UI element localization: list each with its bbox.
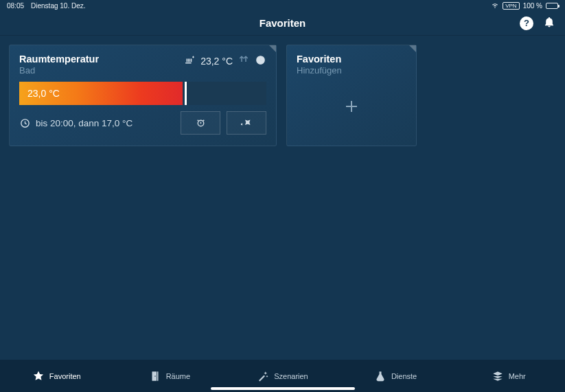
status-time: 08:05 bbox=[7, 2, 24, 10]
wand-icon bbox=[257, 370, 269, 382]
schedule-button[interactable] bbox=[181, 111, 220, 135]
nav-more[interactable]: Mehr bbox=[452, 370, 565, 382]
flask-icon bbox=[374, 370, 387, 382]
nav-services[interactable]: Dienste bbox=[339, 370, 452, 382]
battery-icon bbox=[546, 3, 558, 9]
app-header: Favoriten ? bbox=[0, 11, 565, 36]
status-bar: 08:05 Dienstag 10. Dez. VPN 100 % bbox=[0, 0, 565, 11]
nav-label: Räume bbox=[166, 372, 190, 380]
home-indicator[interactable] bbox=[211, 387, 355, 390]
set-temperature: 23,0 °C bbox=[19, 88, 60, 99]
clock-icon bbox=[19, 117, 31, 129]
notifications-button[interactable] bbox=[543, 16, 555, 31]
arrows-up-icon bbox=[238, 54, 250, 68]
vpn-indicator: VPN bbox=[503, 2, 519, 10]
help-button[interactable]: ? bbox=[520, 16, 533, 30]
nav-favorites[interactable]: Favoriten bbox=[0, 370, 113, 382]
star-icon bbox=[32, 370, 45, 382]
clock-icon bbox=[255, 54, 266, 68]
nav-scenarios[interactable]: Szenarien bbox=[226, 370, 339, 382]
door-icon bbox=[149, 370, 161, 382]
status-date: Dienstag 10. Dez. bbox=[31, 2, 86, 10]
current-temperature: 23,2 °C bbox=[200, 56, 233, 67]
bottom-nav: Favoriten Räume Szenarien Dienste Mehr bbox=[0, 360, 565, 392]
nav-rooms[interactable]: Räume bbox=[113, 370, 227, 382]
boost-button[interactable] bbox=[227, 111, 266, 135]
card-title: Raumtemperatur bbox=[19, 54, 99, 65]
temperature-slider[interactable]: 23,0 °C bbox=[19, 82, 266, 105]
page-title: Favoriten bbox=[260, 17, 306, 29]
nav-label: Favoriten bbox=[49, 372, 81, 380]
plus-icon bbox=[297, 76, 406, 137]
nav-label: Mehr bbox=[509, 372, 526, 380]
content-area: Raumtemperatur Bad 23,2 °C 23,0 °C bbox=[0, 36, 565, 155]
wifi-icon bbox=[491, 1, 499, 10]
add-favorite-card[interactable]: Favoriten Hinzufügen bbox=[286, 45, 417, 146]
nav-label: Dienste bbox=[391, 372, 417, 380]
room-temperature-card[interactable]: Raumtemperatur Bad 23,2 °C 23,0 °C bbox=[9, 45, 277, 146]
card-room: Bad bbox=[19, 65, 99, 76]
stack-icon bbox=[492, 370, 504, 382]
add-card-subtitle: Hinzufügen bbox=[297, 65, 406, 76]
schedule-text: bis 20:00, dann 17,0 °C bbox=[36, 118, 132, 128]
radiator-icon bbox=[184, 54, 196, 68]
add-card-title: Favoriten bbox=[297, 54, 406, 65]
battery-text: 100 % bbox=[523, 2, 542, 10]
nav-label: Szenarien bbox=[274, 372, 308, 380]
